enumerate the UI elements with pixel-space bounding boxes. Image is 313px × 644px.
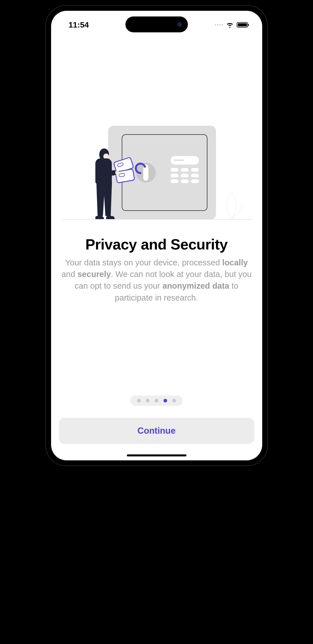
page-dot-3[interactable]	[163, 399, 167, 402]
safe-keypad-icon	[171, 156, 199, 185]
page-dot-2[interactable]	[155, 399, 158, 402]
dynamic-island	[125, 16, 188, 32]
front-camera-icon	[177, 22, 182, 27]
onboarding-description: Your data stays on your device, processe…	[59, 257, 254, 304]
cellular-icon	[215, 24, 223, 26]
page-dot-1[interactable]	[146, 399, 150, 402]
home-indicator[interactable]	[127, 454, 186, 456]
person-icon	[90, 148, 119, 219]
onboarding-heading: Privacy and Security	[59, 236, 254, 253]
page-dot-0[interactable]	[137, 399, 141, 402]
page-indicator[interactable]	[59, 395, 254, 406]
onboarding-footer: Continue	[51, 395, 262, 460]
phone-frame: 11:54	[46, 6, 267, 465]
leaf-decoration-icon	[220, 191, 243, 219]
screen: 11:54	[51, 11, 262, 460]
continue-button[interactable]: Continue	[59, 418, 254, 444]
illustration	[59, 120, 254, 219]
status-time: 11:54	[69, 20, 89, 30]
wifi-icon	[226, 22, 234, 28]
page-dot-4[interactable]	[172, 399, 176, 402]
status-right	[215, 22, 248, 28]
battery-icon	[237, 22, 248, 28]
onboarding-content: Privacy and Security Your data stays on …	[51, 32, 262, 395]
